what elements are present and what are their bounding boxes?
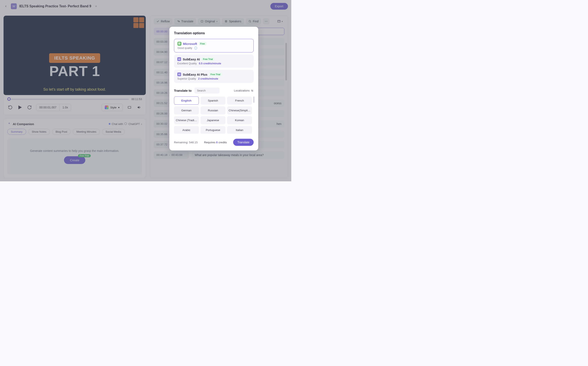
video-progress-bar[interactable] bbox=[7, 99, 129, 100]
export-button[interactable]: Export bbox=[270, 3, 288, 10]
video-card: IELTS SPEAKING PART 1 So let's start off… bbox=[3, 15, 146, 115]
pill-summary[interactable]: Summary bbox=[7, 129, 26, 135]
style-color-icon bbox=[105, 106, 109, 109]
language-japanese[interactable]: Japanese bbox=[201, 116, 225, 124]
language-french[interactable]: French bbox=[227, 97, 252, 105]
provider-subeasy-ai-plus[interactable]: AISubEasy AI PlusFree TrialSuperior Qual… bbox=[174, 70, 254, 83]
provider-badge: Free bbox=[199, 42, 206, 45]
style-button[interactable]: Style ▾ bbox=[102, 104, 123, 111]
language-russian[interactable]: Russian bbox=[201, 106, 225, 114]
svg-rect-11 bbox=[178, 42, 179, 44]
video-caption: So let's start off by talking about food… bbox=[43, 87, 106, 92]
transcript-scrollbar[interactable] bbox=[285, 43, 287, 168]
play-button[interactable] bbox=[17, 105, 23, 110]
video-player[interactable]: IELTS SPEAKING PART 1 So let's start off… bbox=[4, 16, 146, 95]
remaining-credits: Remaining: 548.15 bbox=[174, 141, 198, 144]
rewind-icon[interactable] bbox=[7, 105, 13, 110]
pill-blog-post[interactable]: Blog Post bbox=[52, 129, 71, 135]
fullscreen-icon[interactable] bbox=[126, 105, 132, 110]
timecode-box[interactable]: 00:00:01.007 1.0x bbox=[36, 104, 71, 111]
find-button[interactable]: Find bbox=[246, 18, 261, 24]
svg-rect-9 bbox=[278, 20, 280, 23]
video-part-text: PART 1 bbox=[49, 63, 100, 79]
provider-credits: 0.5 credits/minute bbox=[199, 62, 221, 65]
chatgpt-icon bbox=[124, 122, 127, 126]
provider-name: SubEasy AI bbox=[183, 57, 200, 61]
style-label: Style bbox=[110, 106, 117, 109]
svg-rect-4 bbox=[201, 21, 203, 22]
microsoft-icon bbox=[178, 42, 181, 46]
translate-button[interactable]: Translate bbox=[174, 18, 196, 24]
progress-handle[interactable] bbox=[7, 97, 11, 101]
reflow-button[interactable]: Reflow bbox=[154, 18, 172, 24]
chevron-down-icon: ▾ bbox=[216, 20, 218, 23]
more-button[interactable]: ⋯ bbox=[263, 18, 270, 24]
create-button[interactable]: Create Free Trial bbox=[64, 156, 85, 164]
svg-rect-12 bbox=[180, 42, 180, 44]
language-spanish[interactable]: Spanish bbox=[201, 97, 225, 105]
provider-quality: Good quality bbox=[178, 46, 192, 50]
provider-name: SubEasy AI Plus bbox=[183, 73, 207, 76]
sliders-icon bbox=[251, 89, 254, 92]
volume-icon[interactable] bbox=[136, 105, 142, 110]
view-mode-toggle[interactable]: ▾ bbox=[275, 18, 284, 24]
app-logo: W bbox=[11, 3, 17, 9]
transcript-text[interactable]: What are popular takeaway meals in your … bbox=[192, 151, 284, 159]
provider-credits: 2 credits/minute bbox=[198, 77, 218, 80]
svg-point-6 bbox=[226, 21, 227, 22]
playback-speed[interactable]: 1.0x bbox=[60, 104, 71, 111]
requires-credits: Requires 0 credits bbox=[204, 141, 227, 144]
chat-with-label: Chat with bbox=[112, 122, 123, 126]
language-scrollbar[interactable] bbox=[253, 97, 254, 103]
add-tab-button[interactable]: + bbox=[94, 4, 98, 8]
pill-social-media[interactable]: Social Media bbox=[102, 129, 125, 135]
timecode-value: 00:00:01.007 bbox=[36, 104, 60, 111]
translate-submit-button[interactable]: Translate bbox=[233, 139, 254, 146]
free-trial-badge: Free Trial bbox=[78, 154, 91, 157]
language-search-input[interactable] bbox=[195, 88, 220, 94]
language-italian[interactable]: Italian bbox=[227, 126, 252, 134]
back-icon[interactable] bbox=[3, 4, 8, 9]
pill-show-notes[interactable]: Show Notes bbox=[28, 129, 50, 135]
language-german[interactable]: German bbox=[174, 106, 199, 114]
ai-companion-card: AI Companion Chat with ChatGPT › Summary… bbox=[3, 118, 146, 178]
language-chinese-simpli-[interactable]: Chinese(Simpli… bbox=[227, 106, 252, 114]
svg-point-7 bbox=[249, 20, 251, 22]
chevron-down-icon: ▾ bbox=[282, 20, 283, 23]
svg-rect-13 bbox=[178, 44, 179, 45]
summary-panel: Generate content summaries to help you g… bbox=[7, 138, 142, 175]
language-portuguese[interactable]: Portuguese bbox=[201, 126, 225, 134]
video-badge: IELTS SPEAKING bbox=[49, 53, 100, 63]
translation-options-modal: Translation options MicrosoftFreeGood qu… bbox=[169, 27, 258, 150]
chevron-down-icon: ▾ bbox=[118, 106, 120, 109]
doc-title: IELTS Speaking Practice Test- Perfect Ba… bbox=[19, 4, 91, 8]
original-dropdown[interactable]: Original ▾ bbox=[198, 18, 220, 24]
speakers-button[interactable]: Speakers bbox=[222, 18, 244, 24]
language-korean[interactable]: Korean bbox=[227, 116, 252, 124]
companion-title: AI Companion bbox=[13, 122, 34, 126]
provider-badge: Free Trial bbox=[209, 73, 222, 76]
chat-with-button[interactable]: Chat with ChatGPT › bbox=[109, 122, 142, 126]
pill-meeting-minutes[interactable]: Meeting Minutes bbox=[73, 129, 100, 135]
modal-title: Translation options bbox=[174, 31, 254, 35]
video-corner-icons bbox=[133, 17, 144, 28]
svg-line-8 bbox=[250, 22, 251, 22]
forward-icon[interactable] bbox=[27, 105, 32, 110]
svg-point-3 bbox=[125, 122, 127, 125]
timestamp-chip[interactable]: 00:40.18 - 00:43.68 bbox=[154, 151, 189, 159]
language-arabic[interactable]: Arabic bbox=[174, 126, 199, 134]
svg-rect-5 bbox=[225, 21, 227, 22]
svg-marker-0 bbox=[18, 106, 22, 109]
localizations-button[interactable]: Localizations bbox=[234, 89, 254, 92]
svg-point-18 bbox=[252, 91, 253, 91]
video-duration: 00:11:53 bbox=[131, 98, 142, 101]
svg-marker-2 bbox=[138, 106, 139, 109]
info-icon[interactable]: i bbox=[194, 46, 197, 50]
live-dot-icon bbox=[109, 123, 110, 125]
language-english[interactable]: English bbox=[174, 97, 199, 105]
provider-quality: Excellent Quality bbox=[177, 62, 197, 65]
provider-name: Microsoft bbox=[183, 42, 197, 46]
language-chinese-tradi-[interactable]: Chinese (Tradi… bbox=[174, 116, 199, 124]
provider-subeasy-ai[interactable]: AISubEasy AIFree TrialExcellent Quality0… bbox=[174, 54, 254, 68]
provider-microsoft[interactable]: MicrosoftFreeGood qualityi bbox=[174, 39, 254, 53]
